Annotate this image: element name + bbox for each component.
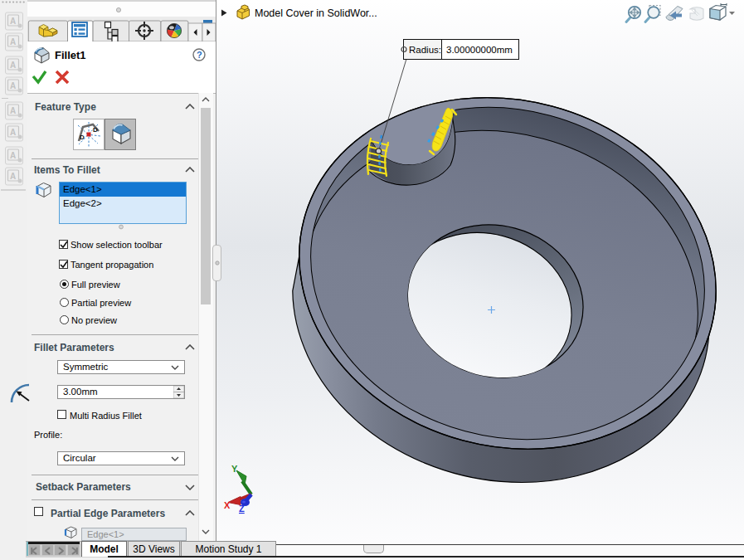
svg-text:A: A <box>10 128 16 137</box>
svg-text:A: A <box>10 37 16 46</box>
svg-text:Y: Y <box>231 464 238 474</box>
svg-text:Model Cover in SolidWor...: Model Cover in SolidWor... <box>255 7 377 19</box>
svg-text:?: ? <box>197 50 202 60</box>
svg-text:A: A <box>10 151 16 160</box>
svg-text:D: D <box>80 134 85 141</box>
svg-text:D: D <box>93 126 98 134</box>
svg-text:A: A <box>10 61 16 70</box>
svg-text:A: A <box>10 106 16 115</box>
svg-text:X: X <box>224 500 231 510</box>
svg-text:A: A <box>10 172 16 181</box>
svg-text:Z: Z <box>239 504 245 514</box>
svg-text:A: A <box>10 81 16 90</box>
svg-text:A: A <box>10 17 16 26</box>
